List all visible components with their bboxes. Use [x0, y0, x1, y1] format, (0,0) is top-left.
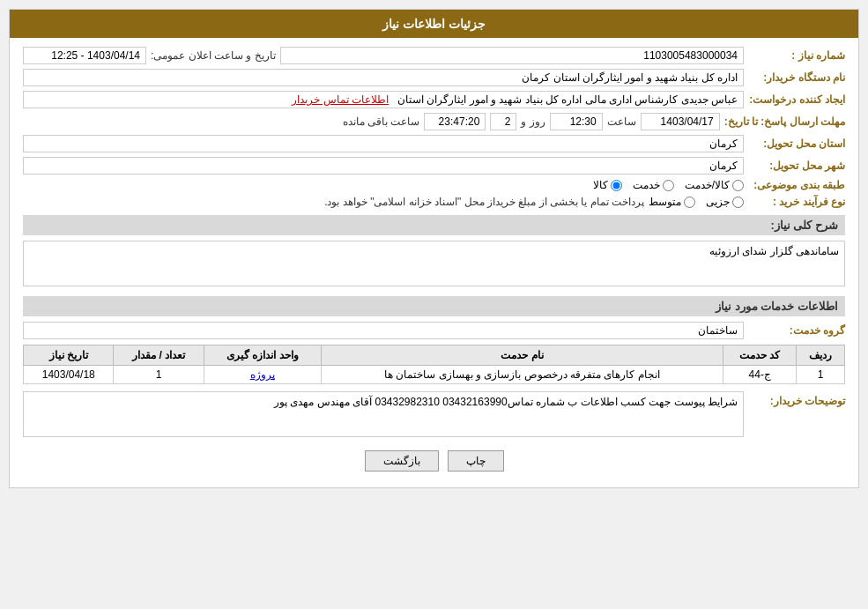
service-table: ردیف کد حدمت نام حدمت واحد اندازه گیری ت…: [23, 345, 845, 384]
col-name: نام حدمت: [321, 345, 723, 366]
back-button[interactable]: بازگشت: [365, 450, 439, 472]
remaining-label: ساعت باقی مانده: [343, 115, 420, 128]
description-label: شرح کلی نیاز:: [770, 219, 838, 232]
creator-text: عباس جدیدی کارشناس اداری مالی اداره کل ب…: [397, 93, 738, 106]
process-option-jozi: جزیی: [706, 196, 744, 208]
radio-kala[interactable]: [611, 180, 622, 191]
deadline-time: 12:30: [550, 113, 603, 130]
time-label: ساعت: [607, 115, 636, 128]
col-unit: واحد اندازه گیری: [204, 345, 321, 366]
day-label: روز و: [521, 115, 545, 128]
main-card: جزئیات اطلاعات نیاز شماره نیاز : 1103005…: [9, 9, 859, 488]
radio-jozi[interactable]: [732, 197, 744, 208]
card-header: جزئیات اطلاعات نیاز: [10, 10, 858, 38]
radio-kala-khedmat[interactable]: [732, 180, 744, 191]
process-radio-group: جزیی متوسط: [649, 196, 744, 208]
services-label: اطلاعات خدمات مورد نیاز: [716, 300, 838, 313]
page-wrapper: جزئیات اطلاعات نیاز شماره نیاز : 1103005…: [0, 0, 868, 609]
radio-motavasset[interactable]: [684, 197, 695, 208]
creator-link[interactable]: اطلاعات تماس خریدار: [292, 93, 389, 106]
need-number-row: شماره نیاز : 1103005483000034 تاریخ و سا…: [23, 47, 845, 64]
category-radio-group: کالا/خدمت خدمت کالا: [593, 179, 744, 191]
city-value: کرمان: [23, 157, 744, 175]
city-label: شهر محل تحویل:: [748, 160, 845, 172]
table-cell: 1: [797, 366, 845, 384]
description-textarea[interactable]: [23, 241, 845, 286]
buyer-desc-label: توضیحات خریدار:: [748, 391, 845, 407]
deadline-days: 2: [490, 113, 516, 130]
creator-label: ایجاد کننده درخواست:: [748, 93, 845, 106]
service-group-value: ساختمان: [23, 322, 744, 339]
table-cell: انجام کارهای متفرقه درخصوص بازسازی و بهس…: [321, 366, 723, 384]
org-row: نام دستگاه خریدار: اداره کل بنیاد شهید و…: [23, 69, 845, 86]
category-label: طبقه بندی موضوعی:: [748, 179, 845, 191]
deadline-row: مهلت ارسال پاسخ: تا تاریخ: 1403/04/17 سا…: [23, 113, 845, 130]
category-row: طبقه بندی موضوعی: کالا/خدمت خدمت کالا: [23, 179, 845, 191]
table-row: 1ج-44انجام کارهای متفرقه درخصوص بازسازی …: [24, 366, 845, 384]
services-section-title: اطلاعات خدمات مورد نیاز: [23, 296, 845, 316]
description-section-title: شرح کلی نیاز:: [23, 215, 845, 235]
radio-kala-label: کالا: [593, 179, 608, 191]
process-label: نوع فرآیند خرید :: [748, 196, 845, 208]
radio-motavasset-label: متوسط: [649, 196, 681, 208]
table-cell: 1403/04/18: [24, 366, 114, 384]
category-option-khedmat: خدمت: [633, 179, 674, 191]
deadline-label: مهلت ارسال پاسخ: تا تاریخ:: [724, 115, 845, 128]
card-body: شماره نیاز : 1103005483000034 تاریخ و سا…: [10, 38, 858, 487]
category-option-kala-khedmat: کالا/خدمت: [685, 179, 744, 191]
process-row: نوع فرآیند خرید : جزیی متوسط پرداخت تمام…: [23, 196, 845, 208]
pub-date-value: 1403/04/14 - 12:25: [23, 47, 146, 64]
service-group-label: گروه خدمت:: [748, 324, 845, 337]
province-row: استان محل تحویل: کرمان: [23, 135, 845, 152]
city-row: شهر محل تحویل: کرمان: [23, 157, 845, 175]
button-row: چاپ بازگشت: [23, 450, 845, 472]
service-group-row: گروه خدمت: ساختمان: [23, 322, 845, 339]
buyer-desc-row: توضیحات خریدار:: [23, 391, 845, 440]
print-button[interactable]: چاپ: [448, 450, 504, 472]
radio-khedmat[interactable]: [663, 180, 674, 191]
col-qty: تعداد / مقدار: [114, 345, 204, 366]
process-text: پرداخت تمام یا بخشی از مبلغ خریداز محل "…: [23, 196, 644, 208]
radio-khedmat-label: خدمت: [633, 179, 660, 191]
page-title: جزئیات اطلاعات نیاز: [382, 17, 486, 31]
province-label: استان محل تحویل:: [748, 137, 845, 150]
col-code: کد حدمت: [723, 345, 797, 366]
creator-row: ایجاد کننده درخواست: عباس جدیدی کارشناس …: [23, 91, 845, 108]
org-label: نام دستگاه خریدار:: [748, 71, 845, 84]
table-cell[interactable]: پروژه: [204, 366, 321, 384]
pub-date-label: تاریخ و ساعت اعلان عمومی:: [151, 49, 276, 62]
need-number-label: شماره نیاز :: [748, 49, 845, 62]
province-value: کرمان: [23, 135, 744, 152]
radio-kala-khedmat-label: کالا/خدمت: [685, 179, 730, 191]
deadline-countdown: 23:47:20: [424, 113, 486, 130]
table-cell: 1: [114, 366, 204, 384]
col-row: ردیف: [797, 345, 845, 366]
creator-value: عباس جدیدی کارشناس اداری مالی اداره کل ب…: [23, 91, 744, 108]
col-date: تاریخ نیاز: [24, 345, 114, 366]
radio-jozi-label: جزیی: [706, 196, 730, 208]
category-option-kala: کالا: [593, 179, 622, 191]
org-value: اداره کل بنیاد شهید و امور ایثارگران است…: [23, 69, 744, 86]
buyer-desc-textarea[interactable]: [23, 391, 744, 437]
need-number-value: 1103005483000034: [280, 47, 744, 64]
table-cell: ج-44: [723, 366, 797, 384]
description-row: [23, 241, 845, 289]
deadline-date: 1403/04/17: [641, 113, 720, 130]
process-option-motavasset: متوسط: [649, 196, 695, 208]
